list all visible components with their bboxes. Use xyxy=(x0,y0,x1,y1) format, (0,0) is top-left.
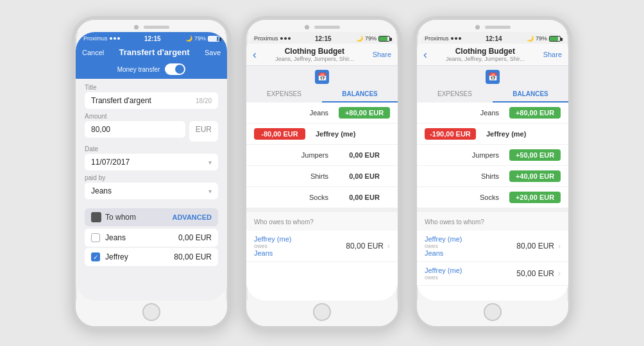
status-left-3: Proximus xyxy=(425,35,461,42)
battery-pct-2: 79% xyxy=(365,35,377,42)
owes-amount-1: 80,00 EUR xyxy=(346,242,384,251)
chevron-right-icon-3-1: › xyxy=(558,242,561,251)
speaker-2 xyxy=(314,26,340,29)
nav-bar-1: Cancel Transfert d'argent Save xyxy=(76,44,227,61)
status-bar-3: Proximus 12:14 🌙 79% xyxy=(417,32,568,44)
nav-title-3: Clothing Budget xyxy=(427,47,543,56)
nav-subtitle-3: Jeans, Jeffrey, Jumpers, Shir... xyxy=(427,56,543,62)
balance-tag-jeans-2: +80,00 EUR xyxy=(339,107,390,119)
balance-tag-jeffrey-3: -190,00 EUR xyxy=(425,128,476,140)
balance-tag-jumpers-3: +50,00 EUR xyxy=(509,149,561,161)
carrier-3: Proximus xyxy=(425,35,449,42)
carrier-2: Proximus xyxy=(254,35,278,42)
battery-pct-1: 79% xyxy=(194,35,206,42)
person-amount-jeans: 0,00 EUR xyxy=(178,233,212,242)
owes-row-1[interactable]: Jeffrey (me) owes Jeans 80,00 EUR › xyxy=(246,231,398,262)
home-button-2[interactable] xyxy=(313,303,331,321)
time-3: 12:14 xyxy=(486,35,502,42)
balance-row-jumpers-3: Jumpers +50,00 EUR xyxy=(417,145,568,166)
owes-section-2: Who owes to whom? xyxy=(246,212,398,231)
tab-balances-2[interactable]: BALANCES xyxy=(322,86,398,103)
balance-row-jeffrey-2: -80,00 EUR Jeffrey (me) xyxy=(246,124,398,145)
tabs-3: EXPENSES BALANCES xyxy=(417,86,568,103)
camera-2 xyxy=(305,25,309,29)
owes-info-3-1: Jeffrey (me) owes Jeans xyxy=(425,235,513,257)
balance-tag-jeffrey-2: -80,00 EUR xyxy=(254,128,305,140)
chevron-down-icon-2: ▾ xyxy=(208,188,212,195)
owes-person-3-1: Jeffrey (me) xyxy=(425,235,513,243)
nav-center-3: Clothing Budget Jeans, Jeffrey, Jumpers,… xyxy=(427,47,543,62)
owes-info-3-2: Jeffrey (me) owes xyxy=(425,267,513,281)
balance-tag-jeans-3: +80,00 EUR xyxy=(509,107,561,119)
title-field[interactable]: Transfert d'argent 18/20 xyxy=(85,92,218,109)
cancel-button[interactable]: Cancel xyxy=(82,49,104,56)
nav-subtitle-2: Jeans, Jeffrey, Jumpers, Shir... xyxy=(257,56,373,62)
nav-title-1: Transfert d'argent xyxy=(104,47,205,57)
person-row-jeans[interactable]: Jeans 0,00 EUR xyxy=(85,229,218,247)
balance-name-jeffrey-3: Jeffrey (me) xyxy=(481,130,561,138)
phone-2-top xyxy=(246,20,398,32)
to-whom-label: To whom xyxy=(105,213,136,222)
paid-by-field[interactable]: Jeans ▾ xyxy=(85,183,218,199)
home-button-3[interactable] xyxy=(484,303,502,321)
amount-field[interactable]: 80,00 xyxy=(85,121,185,138)
status-bar-2: Proximus 12:15 🌙 79% xyxy=(246,32,398,44)
balance-row-jumpers-2: Jumpers 0,00 EUR xyxy=(246,145,398,166)
balance-row-jeans-3: Jeans +80,00 EUR xyxy=(417,103,568,124)
balance-list-2: Jeans +80,00 EUR -80,00 EUR Jeffrey (me)… xyxy=(246,103,398,301)
speaker-1 xyxy=(144,26,169,29)
status-right-3: 🌙 79% xyxy=(527,35,561,42)
tab-expenses-2[interactable]: EXPENSES xyxy=(246,86,322,103)
tab-balances-3[interactable]: BALANCES xyxy=(493,86,568,103)
moon-1: 🌙 xyxy=(185,35,192,42)
tab-expenses-3[interactable]: EXPENSES xyxy=(417,86,493,103)
amount-value: 80,00 xyxy=(91,125,110,134)
balance-tag-socks-2: 0,00 EUR xyxy=(339,192,390,203)
advanced-label[interactable]: ADVANCED xyxy=(172,213,212,221)
share-button-3[interactable]: Share xyxy=(543,51,562,58)
cal-symbol-3: 📅 xyxy=(488,72,498,81)
phone-1-top xyxy=(76,20,227,32)
chevron-down-icon: ▾ xyxy=(208,159,212,166)
camera-1 xyxy=(134,25,139,29)
title-section: Title Transfert d'argent 18/20 Amount 80… xyxy=(76,79,227,206)
balance-tag-shirts-3: +40,00 EUR xyxy=(509,170,561,182)
checkmark-jeffrey: ✓ xyxy=(93,254,98,261)
share-button-2[interactable]: Share xyxy=(373,51,391,58)
amount-label: Amount xyxy=(85,113,218,120)
checkbox-jeans[interactable] xyxy=(91,233,100,242)
paid-by-value: Jeans xyxy=(91,186,112,195)
chevron-right-icon-1: › xyxy=(387,242,390,251)
carrier-1: Proximus xyxy=(83,35,108,42)
balance-name-jeans-3: Jeans xyxy=(425,109,504,117)
chevron-right-icon-3-2: › xyxy=(558,269,561,278)
person-row-jeffrey[interactable]: ✓ Jeffrey 80,00 EUR xyxy=(85,248,218,266)
nav-bar-3: ‹ Clothing Budget Jeans, Jeffrey, Jumper… xyxy=(417,44,568,66)
owes-row-3-1[interactable]: Jeffrey (me) owes Jeans 80,00 EUR › xyxy=(417,231,568,262)
calendar-icon-3[interactable]: 📅 xyxy=(486,70,500,84)
owes-to-3-1: Jeans xyxy=(425,249,513,257)
owes-to-1: Jeans xyxy=(254,249,342,257)
save-button[interactable]: Save xyxy=(205,49,221,56)
owes-label-3-2: owes xyxy=(425,274,513,281)
to-whom-bar[interactable]: To whom ADVANCED xyxy=(85,208,218,226)
home-button-1[interactable] xyxy=(142,303,160,321)
owes-section-3: Who owes to whom? xyxy=(417,212,568,231)
battery-icon-2 xyxy=(378,36,390,42)
owes-amount-3-1: 80,00 EUR xyxy=(516,242,554,251)
signal-2 xyxy=(280,37,291,40)
date-field[interactable]: 11/07/2017 ▾ xyxy=(85,154,218,170)
owes-row-3-2[interactable]: Jeffrey (me) owes 50,00 EUR › xyxy=(417,262,568,286)
checkbox-jeffrey[interactable]: ✓ xyxy=(91,252,100,261)
form-body: Title Transfert d'argent 18/20 Amount 80… xyxy=(76,79,227,301)
balance-row-socks-2: Socks 0,00 EUR xyxy=(246,187,398,208)
camera-3 xyxy=(475,25,480,29)
toggle-switch[interactable] xyxy=(165,63,185,75)
status-right-1: 🌙 79% xyxy=(185,35,219,42)
status-bar-1: Proximus 12:15 🌙 79% xyxy=(76,32,227,44)
nav-title-2: Clothing Budget xyxy=(257,47,373,56)
calendar-icon-2[interactable]: 📅 xyxy=(315,70,329,84)
balance-row-jeffrey-3: -190,00 EUR Jeffrey (me) xyxy=(417,124,568,145)
toggle-label: Money transfer xyxy=(117,66,160,73)
phone-2-bottom xyxy=(246,301,398,326)
